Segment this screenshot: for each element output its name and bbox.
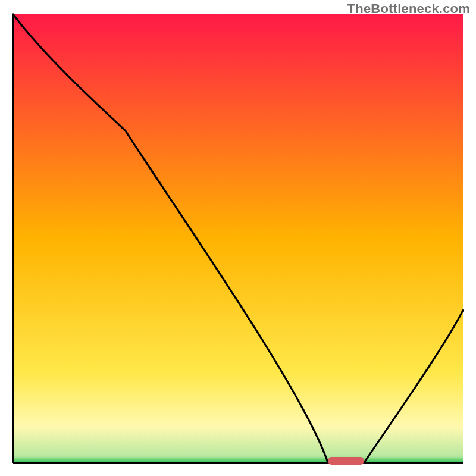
optimal-marker [328, 457, 364, 465]
chart-container: TheBottleneck.com [0, 0, 476, 476]
plot-background [13, 14, 463, 463]
chart-svg [0, 0, 476, 476]
watermark-text: TheBottleneck.com [347, 1, 470, 17]
